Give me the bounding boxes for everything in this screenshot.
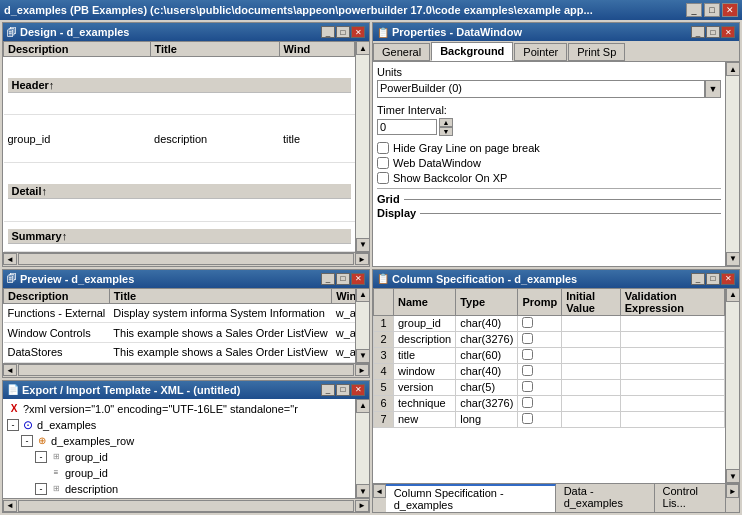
xml-title-text: Export / Import Template - XML - (untitl…	[22, 384, 240, 396]
maximize-button[interactable]: □	[704, 3, 720, 17]
tab-data[interactable]: Data - d_examples	[556, 484, 655, 512]
design-scroll-down[interactable]: ▼	[356, 238, 369, 252]
design-scroll-track[interactable]	[356, 55, 369, 238]
colspec-close-btn[interactable]: ✕	[721, 273, 735, 285]
preview-minimize-btn[interactable]: _	[321, 273, 335, 285]
tab-general[interactable]: General	[373, 43, 430, 61]
colspec-row-6[interactable]: 6 technique char(3276)	[374, 395, 725, 411]
xml-scrollbar[interactable]: ▲ ▼	[355, 399, 369, 498]
hscroll-right[interactable]: ►	[355, 253, 369, 265]
timer-down[interactable]: ▼	[439, 127, 453, 136]
colspec-prompt-7[interactable]	[518, 411, 562, 427]
xml-toggle-5[interactable]: -	[35, 483, 47, 495]
colspec-row-7[interactable]: 7 new long	[374, 411, 725, 427]
cb-gray-line[interactable]	[377, 142, 389, 154]
xml-hscroll-track[interactable]	[18, 500, 354, 512]
preview-scrollbar[interactable]: ▲ ▼	[355, 288, 369, 363]
design-hscroll[interactable]: ◄ ►	[3, 252, 369, 266]
preview-scroll-up[interactable]: ▲	[356, 288, 369, 302]
cb-backcolor[interactable]	[377, 172, 389, 184]
colspec-prompt-2[interactable]	[518, 331, 562, 347]
colspec-prompt-1[interactable]	[518, 315, 562, 331]
xml-hscroll[interactable]: ◄ ►	[3, 498, 369, 512]
preview-row-1[interactable]: Window Controls This example shows a Sal…	[4, 323, 356, 343]
xml-line-3[interactable]: - ⊞ group_id	[5, 449, 353, 465]
props-scroll-track[interactable]	[726, 76, 739, 252]
colspec-num-5: 5	[374, 379, 394, 395]
props-scroll-up[interactable]: ▲	[726, 62, 739, 76]
props-scroll-down[interactable]: ▼	[726, 252, 739, 266]
prev-hscroll-left[interactable]: ◄	[3, 364, 17, 376]
xml-hscroll-right[interactable]: ►	[355, 500, 369, 512]
colspec-row-4[interactable]: 4 window char(40)	[374, 363, 725, 379]
units-dropdown-arrow[interactable]: ▼	[705, 80, 721, 98]
colspec-scroll-up[interactable]: ▲	[726, 288, 739, 302]
xml-line-5[interactable]: - ⊞ description	[5, 481, 353, 497]
props-scrollbar[interactable]: ▲ ▼	[725, 62, 739, 266]
preview-close-btn[interactable]: ✕	[351, 273, 365, 285]
tab-control-list[interactable]: Control Lis...	[655, 484, 727, 512]
cb-web-dw[interactable]	[377, 157, 389, 169]
design-maximize-btn[interactable]: □	[336, 26, 350, 38]
props-maximize-btn[interactable]: □	[706, 26, 720, 38]
colspec-minimize-btn[interactable]: _	[691, 273, 705, 285]
preview-maximize-btn[interactable]: □	[336, 273, 350, 285]
xml-line-0[interactable]: X ?xml version="1.0" encoding="UTF-16LE"…	[5, 401, 353, 417]
colspec-prompt-5[interactable]	[518, 379, 562, 395]
colspec-scroll-down[interactable]: ▼	[726, 469, 739, 483]
xml-scroll-down[interactable]: ▼	[356, 484, 369, 498]
colspec-prompt-4[interactable]	[518, 363, 562, 379]
xml-minimize-btn[interactable]: _	[321, 384, 335, 396]
xml-scroll-up[interactable]: ▲	[356, 399, 369, 413]
hscroll-track[interactable]	[18, 253, 354, 265]
props-minimize-btn[interactable]: _	[691, 26, 705, 38]
preview-scroll-track[interactable]	[356, 302, 369, 349]
timer-input[interactable]	[377, 119, 437, 135]
preview-row0-window: w_about_system	[332, 303, 355, 323]
xml-hscroll-left[interactable]: ◄	[3, 500, 17, 512]
design-scroll-up[interactable]: ▲	[356, 41, 369, 55]
colspec-scroll-track[interactable]	[726, 302, 739, 470]
props-close-btn[interactable]: ✕	[721, 26, 735, 38]
preview-scroll-down[interactable]: ▼	[356, 349, 369, 363]
prev-hscroll-right[interactable]: ►	[355, 364, 369, 376]
colspec-prompt-3[interactable]	[518, 347, 562, 363]
colspec-scroll-area[interactable]: Name Type Promp Initial Value Validation…	[373, 288, 725, 484]
xml-maximize-btn[interactable]: □	[336, 384, 350, 396]
preview-row0-desc: Functions - External	[4, 303, 110, 323]
design-minimize-btn[interactable]: _	[321, 26, 335, 38]
colspec-tab-bar: ◄ Column Specification - d_examples Data…	[373, 483, 739, 512]
colspec-row-3[interactable]: 3 title char(60)	[374, 347, 725, 363]
tab-pointer[interactable]: Pointer	[514, 43, 567, 61]
preview-hscroll[interactable]: ◄ ►	[3, 363, 369, 377]
tab-background[interactable]: Background	[431, 42, 513, 61]
hscroll-left[interactable]: ◄	[3, 253, 17, 265]
tab-scroll-left[interactable]: ◄	[373, 484, 386, 498]
preview-row-0[interactable]: Functions - External Display system info…	[4, 303, 356, 323]
timer-up[interactable]: ▲	[439, 118, 453, 127]
units-dropdown[interactable]: PowerBuilder (0) ▼	[377, 80, 721, 98]
colspec-row-5[interactable]: 5 version char(5)	[374, 379, 725, 395]
preview-row-2[interactable]: DataStores This example shows a Sales Or…	[4, 343, 356, 363]
tab-printsp[interactable]: Print Sp	[568, 43, 625, 61]
colspec-row-2[interactable]: 2 description char(3276)	[374, 331, 725, 347]
close-button[interactable]: ✕	[722, 3, 738, 17]
xml-line-1[interactable]: - ⊙ d_examples	[5, 417, 353, 433]
design-close-btn[interactable]: ✕	[351, 26, 365, 38]
prev-hscroll-track[interactable]	[18, 364, 354, 376]
tab-scroll-right[interactable]: ►	[726, 484, 739, 498]
colspec-scrollbar[interactable]: ▲ ▼	[725, 288, 739, 484]
minimize-button[interactable]: _	[686, 3, 702, 17]
tab-column-spec[interactable]: Column Specification - d_examples	[386, 484, 556, 512]
xml-line-4[interactable]: ≡ group_id	[5, 465, 353, 481]
xml-close-btn[interactable]: ✕	[351, 384, 365, 396]
design-scrollbar[interactable]: ▲ ▼	[355, 41, 369, 252]
xml-scroll-track[interactable]	[356, 413, 369, 484]
colspec-prompt-6[interactable]	[518, 395, 562, 411]
xml-line-2[interactable]: - ⊕ d_examples_row	[5, 433, 353, 449]
colspec-maximize-btn[interactable]: □	[706, 273, 720, 285]
xml-toggle-3[interactable]: -	[35, 451, 47, 463]
xml-toggle-2[interactable]: -	[21, 435, 33, 447]
xml-toggle-1[interactable]: -	[7, 419, 19, 431]
colspec-row-1[interactable]: 1 group_id char(40)	[374, 315, 725, 331]
